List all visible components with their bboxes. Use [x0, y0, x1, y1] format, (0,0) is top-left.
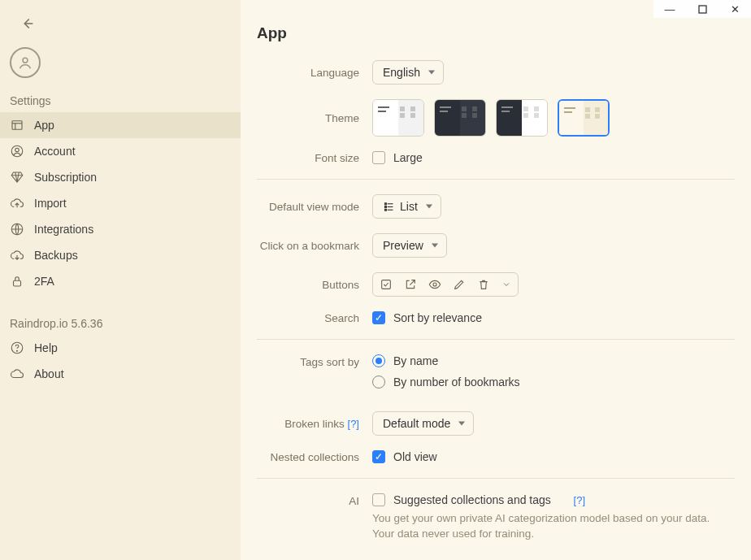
svg-rect-16 — [385, 209, 387, 211]
section-title-settings: Settings — [0, 91, 241, 112]
sidebar-item-app[interactable]: App — [0, 112, 241, 138]
svg-point-0 — [23, 58, 28, 63]
chevron-down-icon[interactable] — [501, 280, 511, 289]
sidebar: Settings App Account Subscription Import… — [0, 0, 241, 560]
svg-point-9 — [16, 350, 17, 351]
search-checkbox[interactable]: ✓ — [372, 311, 385, 324]
svg-rect-7 — [14, 280, 21, 286]
sidebar-item-label: 2FA — [34, 275, 54, 288]
theme-option-auto[interactable] — [496, 99, 548, 137]
buttons-config[interactable] — [372, 272, 519, 297]
sidebar-item-account[interactable]: Account — [0, 138, 241, 164]
close-button[interactable]: ✕ — [718, 0, 751, 18]
broken-links-label: Broken links [?] — [257, 418, 359, 430]
broken-links-select[interactable]: Default mode — [372, 411, 474, 436]
maximize-button[interactable] — [686, 0, 718, 18]
tags-sort-bycount-radio[interactable] — [372, 376, 385, 389]
divider — [257, 478, 735, 479]
tags-sort-byname-radio[interactable] — [372, 354, 385, 367]
broken-links-help[interactable]: [?] — [348, 418, 359, 430]
svg-rect-10 — [699, 6, 706, 13]
globe-icon — [10, 222, 24, 237]
tags-sort-label: Tags sort by — [257, 354, 359, 368]
eye-icon[interactable] — [428, 278, 441, 291]
sidebar-item-help[interactable]: Help — [0, 335, 241, 361]
back-arrow-icon[interactable] — [18, 15, 36, 33]
cloud-icon — [10, 367, 24, 381]
sidebar-item-label: App — [34, 119, 54, 132]
nested-checkbox[interactable]: ✓ — [372, 450, 385, 463]
main-content: — ✕ App Language English Theme — [241, 0, 751, 560]
svg-point-18 — [433, 283, 436, 286]
sidebar-item-label: Integrations — [34, 223, 93, 236]
user-icon — [10, 144, 24, 158]
language-select[interactable]: English — [372, 60, 444, 85]
sidebar-item-label: Subscription — [34, 171, 97, 184]
app-icon — [10, 118, 24, 132]
list-icon — [383, 201, 395, 213]
buttons-label: Buttons — [257, 279, 359, 291]
theme-label: Theme — [257, 112, 359, 124]
sidebar-item-import[interactable]: Import — [0, 190, 241, 216]
divider — [257, 339, 735, 340]
ai-value: Suggested collections and tags — [393, 493, 551, 506]
sidebar-item-label: Account — [34, 145, 76, 158]
search-label: Search — [257, 312, 359, 324]
version-label: Raindrop.io 5.6.36 — [0, 309, 241, 335]
pencil-icon[interactable] — [453, 278, 466, 291]
page-title: App — [257, 24, 735, 42]
nested-label: Nested collections — [257, 451, 359, 463]
cloud-download-icon — [10, 248, 24, 263]
divider — [257, 179, 735, 180]
window-titlebar: — ✕ — [653, 0, 751, 18]
external-link-icon[interactable] — [404, 278, 417, 291]
font-size-value: Large — [393, 151, 423, 164]
svg-rect-14 — [385, 202, 387, 204]
help-icon — [10, 341, 24, 355]
ai-label: AI — [257, 493, 359, 507]
sidebar-item-label: Import — [34, 197, 67, 210]
ai-description: You get your own private AI categorizati… — [372, 511, 730, 542]
sidebar-item-label: Help — [34, 341, 58, 354]
search-value: Sort by relevance — [393, 311, 482, 324]
click-bookmark-select[interactable]: Preview — [372, 233, 447, 258]
sidebar-item-about[interactable]: About — [0, 361, 241, 387]
font-size-label: Font size — [257, 152, 359, 164]
svg-rect-1 — [12, 121, 22, 130]
font-size-checkbox[interactable] — [372, 151, 385, 164]
sidebar-item-label: About — [34, 367, 64, 380]
sidebar-item-2fa[interactable]: 2FA — [0, 268, 241, 294]
lock-icon — [10, 274, 24, 289]
tags-sort-bycount-label: By number of bookmarks — [393, 376, 520, 389]
default-view-label: Default view mode — [257, 201, 359, 213]
sidebar-item-backups[interactable]: Backups — [0, 242, 241, 268]
ai-checkbox[interactable] — [372, 493, 385, 506]
diamond-icon — [10, 170, 24, 184]
cloud-upload-icon — [10, 196, 24, 211]
avatar[interactable] — [10, 47, 41, 78]
default-view-select[interactable]: List — [372, 194, 441, 219]
theme-option-dark[interactable] — [434, 99, 486, 137]
svg-point-5 — [15, 148, 20, 152]
theme-option-sepia[interactable] — [558, 99, 610, 137]
nested-value: Old view — [393, 450, 437, 463]
tags-sort-byname-label: By name — [393, 354, 438, 367]
svg-rect-17 — [382, 280, 391, 289]
ai-help[interactable]: [?] — [574, 494, 585, 506]
check-icon[interactable] — [380, 278, 393, 291]
sidebar-item-subscription[interactable]: Subscription — [0, 164, 241, 190]
sidebar-item-label: Backups — [34, 249, 78, 262]
click-bookmark-label: Click on a bookmark — [257, 240, 359, 252]
sidebar-item-integrations[interactable]: Integrations — [0, 216, 241, 242]
language-label: Language — [257, 67, 359, 79]
svg-rect-15 — [385, 206, 387, 207]
theme-option-light[interactable] — [372, 99, 424, 137]
minimize-button[interactable]: — — [653, 0, 686, 18]
trash-icon[interactable] — [477, 278, 490, 291]
